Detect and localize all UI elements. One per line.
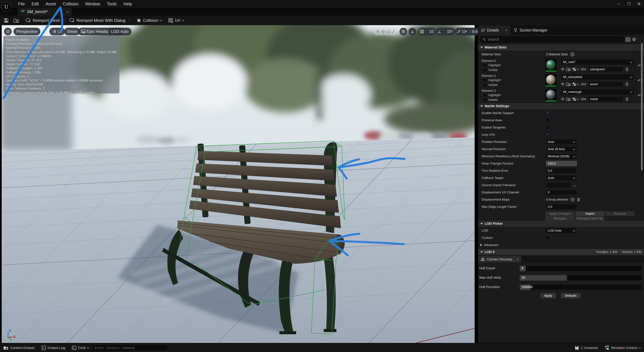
browse-to-asset-button[interactable] [11,17,21,24]
highlight-checkbox[interactable] [483,93,487,97]
use-selected-asset-icon[interactable]: ⟲ [561,67,564,72]
browse-file-button[interactable]: ... [574,183,576,187]
remove-button[interactable]: Remove [605,211,634,216]
cmd-dropdown[interactable]: Cmd [68,343,92,352]
add-array-element-icon[interactable] [570,198,574,202]
reimport-mesh-with-dialog-button[interactable]: Reimport Mesh With Dialog [67,17,128,24]
angle-snap-control[interactable]: 10° [436,28,455,36]
convex-apply-button[interactable]: Apply [540,293,556,298]
viewport-lod-button[interactable]: LOD Auto [108,28,132,36]
convex-tab-close-icon[interactable]: × [517,258,519,261]
tab-convex-decomposition[interactable]: Convex Decomp... × [478,256,521,262]
isolate-checkbox[interactable] [483,68,487,72]
material-select-dropdown[interactable]: MI_doorplank [561,74,634,80]
explicit-tangents-checkbox[interactable] [546,126,550,129]
displacement-uv-channel-input[interactable]: 0 [546,190,577,195]
section-nanite-settings[interactable]: Nanite Settings [478,103,644,109]
browse-asset-icon[interactable] [566,97,570,101]
delete-slot-icon[interactable] [625,97,629,101]
hull-count-slider[interactable]: 4 [520,266,642,271]
custom-lod-checkbox[interactable] [546,236,550,240]
console-command-input[interactable]: Enter Console Command [92,345,168,351]
restore-icon[interactable]: ❐ [624,0,634,8]
slot-name-input[interactable]: wood [588,82,623,87]
gizmo-coordinate-button[interactable] [400,28,407,36]
unsaved-assets-button[interactable]: 1 Unsaved [571,343,601,352]
isolate-checkbox[interactable] [483,83,487,87]
material-select-dropdown[interactable]: MI_met7 [561,59,634,65]
isolate-checkbox[interactable] [483,98,487,102]
normal-precision-dropdown[interactable]: Auto (8 bits) [546,146,577,152]
import-button[interactable]: Import [576,211,604,216]
enable-nanite-checkbox[interactable] [546,111,550,115]
reimport-new-file-button[interactable]: Reimport New File [576,216,604,221]
material-options-icon[interactable] [572,82,578,86]
max-edge-length-factor-input[interactable]: 0,0 [546,204,577,210]
material-options-icon[interactable] [572,68,578,71]
apply-changes-button[interactable]: Apply Changes [545,211,575,216]
slot-name-input[interactable]: paintgreen [588,66,623,72]
browse-asset-icon[interactable] [566,82,570,86]
highlight-checkbox[interactable] [483,78,487,82]
material-options-icon[interactable] [572,98,578,101]
viewport-perspective-button[interactable]: Perspective [14,28,40,36]
use-selected-asset-icon[interactable]: ⟲ [561,97,564,102]
max-hull-verts-slider[interactable]: 16 [520,275,642,281]
material-thumbnail[interactable] [546,89,556,102]
output-log-button[interactable]: Output Log [38,343,68,352]
tab-close-icon[interactable]: × [66,10,68,14]
viewport-lit-button[interactable]: Lit [49,28,65,36]
menu-edit[interactable]: Edit [31,0,40,8]
collision-dropdown[interactable]: Collision [134,17,164,24]
material-select-dropdown[interactable]: MI_metrough [561,89,634,95]
panel-scrollbar[interactable] [641,43,643,170]
trim-relative-error-input[interactable]: 0,0 [546,168,577,174]
keep-triangle-percent-input[interactable]: 100,0 [546,161,577,166]
delete-slot-icon[interactable] [625,67,629,71]
menu-help[interactable]: Help [123,0,133,8]
use-selected-asset-icon[interactable]: ⟲ [561,82,564,86]
menu-tools[interactable]: Tools [106,0,117,8]
viewport-menu-button[interactable] [4,28,12,36]
search-input[interactable]: Search [480,36,624,42]
slot-name-input[interactable]: metal [588,96,623,102]
convex-defaults-button[interactable]: Defaults [561,293,580,298]
material-thumbnail[interactable] [546,59,556,72]
tab-socket-manager[interactable]: Socket Manager [510,26,550,35]
save-button[interactable] [0,17,11,24]
uv-dropdown[interactable]: UV [166,17,186,24]
highlight-checkbox[interactable] [483,64,487,67]
section-material-slots[interactable]: Material Slots [478,44,644,51]
grid-snap-control[interactable]: 10 [418,28,436,36]
reimport-mesh-button[interactable]: Reimport Mesh [23,17,62,24]
add-material-slot-icon[interactable] [570,52,574,56]
reimport-button[interactable]: Reimport [545,216,575,221]
menu-window[interactable]: Window [84,0,101,8]
revision-control-dropdown[interactable]: Revision Control [601,343,644,352]
clear-array-icon[interactable] [577,198,580,202]
camera-speed-control[interactable]: 0,6 [460,28,480,36]
fallback-target-dropdown[interactable]: Auto [546,175,577,180]
tab-sm-bench[interactable]: SM_bench* × [18,8,72,16]
viewport-show-button[interactable]: Show [64,28,80,36]
content-drawer-button[interactable]: Content Drawer [0,343,38,352]
menu-asset[interactable]: Asset [45,0,57,8]
reset-to-default-icon[interactable]: ↶ [638,78,641,83]
minimize-icon[interactable]: − [614,0,624,8]
settings-gear-icon[interactable] [632,37,636,42]
reset-to-default-icon[interactable]: ↶ [638,93,641,98]
reimport-dialog-options-icon[interactable]: ⋮ [128,20,130,21]
close-icon[interactable]: ✕ [634,0,644,8]
minimum-residency-dropdown[interactable]: Minimal (32KB) [546,154,577,159]
lod-dropdown[interactable]: LOD Auto [546,228,577,233]
surface-snapping-button[interactable] [408,28,416,36]
position-precision-dropdown[interactable]: Auto [546,139,577,144]
row-advanced[interactable]: Advanced [478,241,644,248]
display-options-icon[interactable] [626,38,630,42]
section-lod0[interactable]: LOD 0 Triangles: 1 426 Vertices: 1 930 [478,248,644,255]
reset-to-default-icon[interactable]: ↶ [638,64,641,68]
lerp-uvs-checkbox[interactable] [546,133,550,136]
transform-tools-group[interactable] [373,28,398,36]
material-thumbnail[interactable] [546,74,556,86]
preserve-area-checkbox[interactable] [546,118,550,122]
